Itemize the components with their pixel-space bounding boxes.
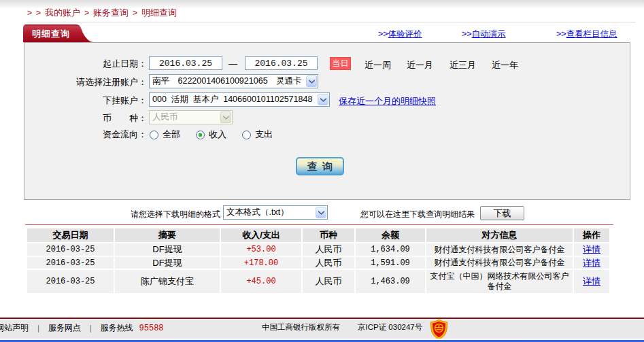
icbc-detail-query-page: > > 我的账户 > 账务查询 > 明细查询 明细查询 >>体验评价 >>自动演… xyxy=(0,0,644,342)
cell-amount: +53.00 xyxy=(221,243,303,257)
breadcrumb-arrow-icon: > xyxy=(36,8,41,18)
link-view-column-info[interactable]: >>查看栏目信息 xyxy=(556,29,617,40)
currency-select: 人民币 xyxy=(149,110,233,124)
quick-range-quarter[interactable]: 近三月 xyxy=(450,59,476,71)
register-account-label: 请选择注册账户： xyxy=(38,77,147,87)
cell-action: 详情 xyxy=(574,270,609,293)
detail-link[interactable]: 详情 xyxy=(583,276,600,286)
footer-left-links: 网站声明 ｜ 服务网点 ｜ 服务热线 95588 xyxy=(0,322,164,334)
cell-amount: +178.00 xyxy=(221,257,303,270)
chevron-down-icon xyxy=(306,75,317,87)
col-header-balance: 余额 xyxy=(356,228,426,243)
fund-flow-radio-group: 全部 收入 支出 xyxy=(150,129,273,141)
detail-link[interactable]: 详情 xyxy=(583,244,600,254)
icp-shield-badge-icon[interactable] xyxy=(430,319,448,340)
cell-summary: 陈广锦支付宝 xyxy=(115,270,221,293)
cell-balance: 1,591.09 xyxy=(356,257,426,270)
link-experience-rating[interactable]: >>体验评价 xyxy=(378,29,422,40)
col-header-counterparty: 对方信息 xyxy=(426,228,574,243)
double-arrow-icon: >> xyxy=(556,29,566,39)
cell-summary: DF提现 xyxy=(115,243,221,257)
transactions-table: 交易日期 摘要 收入/支出 币种 余额 对方信息 操作 2016-03-25 D… xyxy=(27,228,609,293)
sub-account-select[interactable]: 000 活期 基本户 1406600101102571848 xyxy=(149,92,330,107)
cell-counterparty: 财付通支付科技有限公司客户备付金 xyxy=(426,257,574,270)
cell-summary: DF提现 xyxy=(115,257,221,270)
chevron-down-icon xyxy=(318,94,328,105)
table-row: 2016-03-25 DF提现 +53.00 人民币 1,634.09 财付通支… xyxy=(27,243,609,257)
double-arrow-icon: >> xyxy=(378,29,388,39)
table-header-row: 交易日期 摘要 收入/支出 币种 余额 对方信息 操作 xyxy=(27,228,609,243)
save-snapshot-link[interactable]: 保存近一个月的明细快照 xyxy=(339,95,436,107)
radio-all-circle[interactable] xyxy=(150,131,158,139)
table-row: 2016-03-25 DF提现 +178.00 人民币 1,591.09 财付通… xyxy=(27,257,609,270)
breadcrumb: > > 我的账户 > 账务查询 > 明细查询 xyxy=(27,7,177,18)
breadcrumb-item-account-query[interactable]: 账务查询 xyxy=(93,7,129,19)
col-header-currency: 币种 xyxy=(303,228,356,243)
download-format-select[interactable]: 文本格式（.txt） xyxy=(223,205,328,220)
date-range-dash: — xyxy=(228,58,237,69)
footer-copyright: 中国工商银行版权所有 京ICP证 030247号 xyxy=(262,322,422,332)
register-account-select[interactable]: 南平 6222001406100921065 灵通卡 xyxy=(149,74,318,88)
download-button[interactable]: 下载 xyxy=(480,206,524,220)
date-from-input[interactable] xyxy=(149,56,222,70)
cell-date: 2016-03-25 xyxy=(27,257,115,270)
fund-flow-label: 资金流向： xyxy=(38,129,147,139)
table-row: 2016-03-25 陈广锦支付宝 +45.00 人民币 1,463.09 支付… xyxy=(27,270,609,293)
col-header-action: 操作 xyxy=(574,228,609,243)
footer-separator: ｜ xyxy=(35,323,42,333)
radio-all[interactable]: 全部 xyxy=(150,129,180,141)
date-range-label: 起止日期： xyxy=(38,58,147,69)
detail-link[interactable]: 详情 xyxy=(583,258,600,268)
breadcrumb-item-my-account[interactable]: 我的账户 xyxy=(45,7,80,19)
cell-action: 详情 xyxy=(574,243,609,257)
quick-range-month[interactable]: 近一月 xyxy=(407,59,433,71)
footer-hotline-label: 服务热线 xyxy=(101,322,133,334)
table-top-divider xyxy=(25,224,613,225)
query-button[interactable]: 查 询 xyxy=(296,157,344,175)
copyright-text: 中国工商银行版权所有 xyxy=(262,322,340,332)
download-format-label: 请您选择下载明细的格式 xyxy=(131,209,220,220)
col-header-date: 交易日期 xyxy=(27,228,115,243)
cell-balance: 1,463.09 xyxy=(356,270,426,293)
breadcrumb-arrow-icon: > xyxy=(27,8,32,18)
cell-date: 2016-03-25 xyxy=(27,243,115,257)
header-divider xyxy=(27,22,636,22)
cell-counterparty: 支付宝（中国）网络技术有限公司客户备付金 xyxy=(426,270,574,293)
cell-currency: 人民币 xyxy=(303,257,356,270)
cell-currency: 人民币 xyxy=(303,270,356,293)
footer-hotline-number: 95588 xyxy=(139,324,164,333)
cell-action: 详情 xyxy=(574,257,609,270)
sub-account-label: 下挂账户： xyxy=(38,95,147,105)
cell-amount: +45.00 xyxy=(221,270,303,293)
radio-expense-circle[interactable] xyxy=(242,131,251,139)
double-arrow-icon: >> xyxy=(462,29,472,39)
today-button[interactable]: 当日 xyxy=(330,57,351,70)
cell-date: 2016-03-25 xyxy=(27,270,115,293)
col-header-summary: 摘要 xyxy=(115,228,221,243)
quick-range-year[interactable]: 近一年 xyxy=(492,59,518,71)
currency-label: 币 种： xyxy=(38,113,147,123)
footer-link-service-outlets[interactable]: 服务网点 xyxy=(48,322,81,334)
link-auto-demo[interactable]: >>自动演示 xyxy=(462,29,506,40)
cell-counterparty: 财付通支付科技有限公司客户备付金 xyxy=(426,243,574,257)
col-header-amount: 收入/支出 xyxy=(221,228,303,243)
breadcrumb-item-detail-query[interactable]: 明细查询 xyxy=(141,7,177,19)
radio-expense[interactable]: 支出 xyxy=(242,129,273,141)
chevron-down-icon xyxy=(316,207,326,218)
quick-range-week[interactable]: 近一周 xyxy=(365,59,391,71)
breadcrumb-arrow-icon: > xyxy=(84,8,89,18)
footer-separator: ｜ xyxy=(87,323,95,333)
download-hint-text: 您可以在这里下载查询明细结果 xyxy=(360,209,475,220)
cell-balance: 1,634.09 xyxy=(356,243,426,257)
date-to-input[interactable] xyxy=(245,56,318,70)
icp-license-text: 京ICP证 030247号 xyxy=(358,322,422,332)
cell-currency: 人民币 xyxy=(303,243,356,257)
tab-detail-query-label: 明细查询 xyxy=(32,28,70,40)
radio-income-circle[interactable] xyxy=(196,131,205,139)
footer-link-site-statement[interactable]: 网站声明 xyxy=(0,322,29,334)
radio-income[interactable]: 收入 xyxy=(196,129,226,141)
breadcrumb-arrow-icon: > xyxy=(133,8,137,18)
chevron-down-icon xyxy=(220,112,231,123)
